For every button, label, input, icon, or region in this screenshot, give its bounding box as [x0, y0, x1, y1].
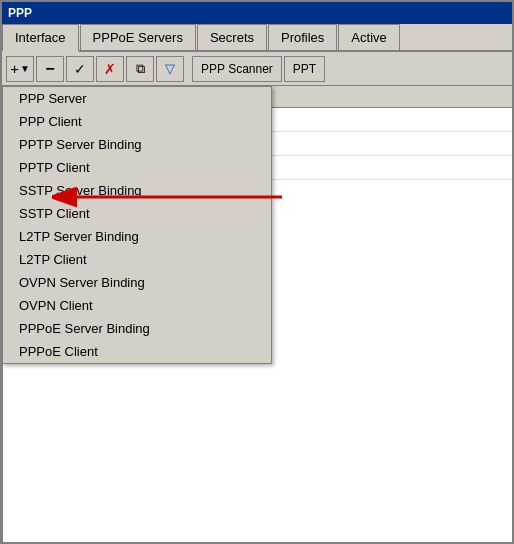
add-icon: + [10, 60, 19, 77]
window-title: PPP [8, 6, 32, 20]
cross-icon: ✗ [104, 61, 116, 77]
menu-item-ovpn-server-binding[interactable]: OVPN Server Binding [3, 271, 271, 294]
tab-interface-label: Interface [15, 30, 66, 45]
title-bar: PPP [2, 2, 512, 24]
menu-item-sstp-server-binding[interactable]: SSTP Server Binding [3, 179, 271, 202]
menu-item-pptp-client[interactable]: PPTP Client [3, 156, 271, 179]
disable-button[interactable]: ✗ [96, 56, 124, 82]
tab-profiles[interactable]: Profiles [268, 24, 337, 50]
tab-bar: Interface PPPoE Servers Secrets Profiles… [2, 24, 512, 52]
tab-active[interactable]: Active [338, 24, 399, 50]
ppt-button[interactable]: PPT [284, 56, 325, 82]
menu-item-sstp-client[interactable]: SSTP Client [3, 202, 271, 225]
menu-item-l2tp-server-binding[interactable]: L2TP Server Binding [3, 225, 271, 248]
menu-item-pppoe-server-binding[interactable]: PPPoE Server Binding [3, 317, 271, 340]
tab-pppoe-servers[interactable]: PPPoE Servers [80, 24, 196, 50]
tab-active-label: Active [351, 30, 386, 45]
menu-item-ppp-server[interactable]: PPP Server [3, 87, 271, 110]
add-dropdown-arrow[interactable]: ▼ [20, 63, 30, 74]
tab-interface[interactable]: Interface [2, 24, 79, 52]
filter-button[interactable]: ▽ [156, 56, 184, 82]
checkmark-icon: ✓ [74, 61, 86, 77]
tab-secrets[interactable]: Secrets [197, 24, 267, 50]
copy-button[interactable]: ⧉ [126, 56, 154, 82]
remove-icon: − [45, 60, 54, 78]
enable-button[interactable]: ✓ [66, 56, 94, 82]
menu-item-pppoe-client[interactable]: PPPoE Client [3, 340, 271, 363]
menu-item-ppp-client[interactable]: PPP Client [3, 110, 271, 133]
add-button[interactable]: + ▼ [6, 56, 34, 82]
filter-icon: ▽ [165, 61, 175, 76]
copy-icon: ⧉ [136, 61, 145, 77]
ppp-scanner-label: PPP Scanner [201, 62, 273, 76]
toolbar: + ▼ − ✓ ✗ ⧉ ▽ PPP Scanner PPT [2, 52, 512, 86]
menu-item-l2tp-client[interactable]: L2TP Client [3, 248, 271, 271]
remove-button[interactable]: − [36, 56, 64, 82]
tab-profiles-label: Profiles [281, 30, 324, 45]
menu-item-pptp-server-binding[interactable]: PPTP Server Binding [3, 133, 271, 156]
dropdown-menu: PPP Server PPP Client PPTP Server Bindin… [2, 86, 272, 364]
menu-item-ovpn-client[interactable]: OVPN Client [3, 294, 271, 317]
tab-secrets-label: Secrets [210, 30, 254, 45]
tab-pppoe-servers-label: PPPoE Servers [93, 30, 183, 45]
content-area: PPP Server PPP Client PPTP Server Bindin… [2, 86, 512, 542]
ppp-scanner-button[interactable]: PPP Scanner [192, 56, 282, 82]
ppt-label: PPT [293, 62, 316, 76]
main-window: PPP Interface PPPoE Servers Secrets Prof… [0, 0, 514, 544]
